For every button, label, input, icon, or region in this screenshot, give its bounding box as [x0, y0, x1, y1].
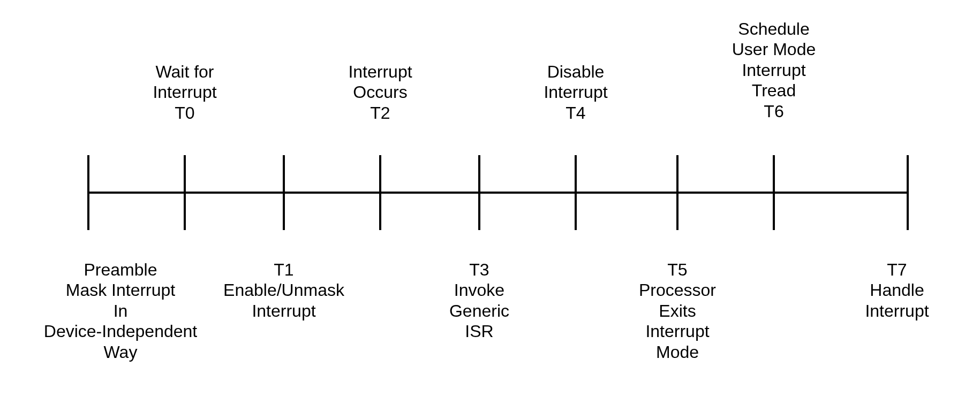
tick-t7: [907, 155, 909, 230]
label-t3-bottom: T3 Invoke Generic ISR: [449, 259, 509, 342]
label-t1-bottom: T1 Enable/Unmask Interrupt: [223, 259, 344, 321]
label-t0-top: Wait for Interrupt T0: [153, 62, 216, 123]
tick-t4: [575, 155, 577, 230]
label-t-start-bottom: Preamble Mask Interrupt In Device-Indepe…: [44, 259, 197, 362]
tick-t1: [283, 155, 285, 230]
label-t5-bottom: T5 Processor Exits Interrupt Mode: [639, 259, 716, 362]
tick-t5: [676, 155, 679, 230]
tick-t3: [478, 155, 480, 230]
tick-t-start: [87, 155, 89, 230]
tick-t0: [184, 155, 186, 230]
tick-t2: [379, 155, 381, 230]
tick-t6: [773, 155, 775, 230]
label-t2-top: Interrupt Occurs T2: [348, 62, 412, 123]
label-t4-top: Disable Interrupt T4: [544, 62, 607, 123]
timeline-axis: [88, 192, 908, 194]
label-t7-bottom: T7 Handle Interrupt: [865, 259, 929, 321]
label-t6-top: Schedule User Mode Interrupt Tread T6: [732, 19, 816, 121]
